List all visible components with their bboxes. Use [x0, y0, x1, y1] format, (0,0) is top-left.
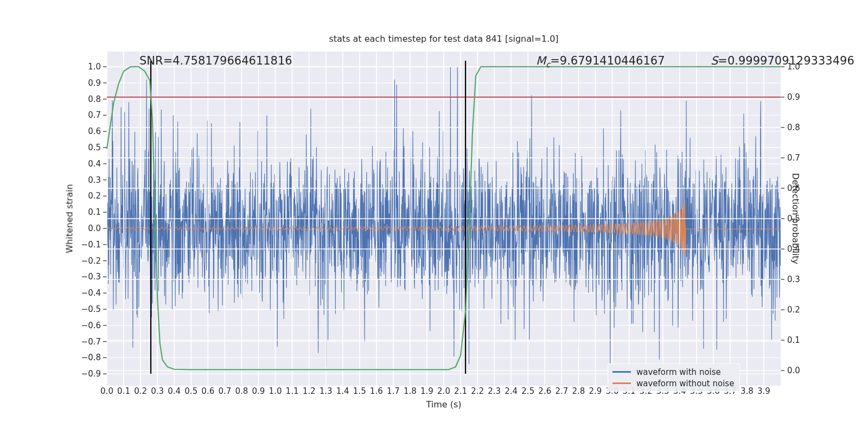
- y-left-tick-label: −0.1: [81, 240, 101, 250]
- y-left-tick-label: −0.2: [81, 256, 101, 266]
- legend-rows: waveform with noisewaveform without nois…: [612, 366, 734, 389]
- legend-item: waveform with noise: [612, 366, 734, 378]
- x-tick-label: 0.7: [218, 386, 231, 396]
- chirp-mass-subscript: c: [546, 60, 550, 69]
- y-left-tick-label: 0.4: [88, 159, 101, 169]
- chart-title: stats at each timestep for test data 841…: [329, 34, 558, 44]
- y-axis-label-left: Whitened strain: [65, 184, 75, 253]
- y-left-tick-label: −0.7: [81, 337, 101, 347]
- x-tick-label: 0.5: [184, 386, 197, 396]
- y-left-tick-label: 1.0: [88, 62, 101, 72]
- y-left-tick-label: 0.8: [88, 94, 101, 104]
- x-tick-label: 1.2: [303, 386, 316, 396]
- y-left-tick-label: 0.3: [88, 175, 101, 185]
- x-tick-label: 1.8: [404, 386, 417, 396]
- x-tick-label: 2.2: [471, 386, 484, 396]
- y-left-tick-label: 0.9: [88, 78, 101, 88]
- legend-item-label: waveform without noise: [636, 379, 734, 388]
- x-tick-label: 0.4: [168, 386, 181, 396]
- chirp-mass-value: =9.6791410446167: [550, 54, 665, 67]
- y-left-tick-label: −0.9: [81, 369, 101, 379]
- y-right-tick-label: 0.5: [787, 214, 800, 224]
- y-left-tick-label: 0.7: [88, 110, 101, 120]
- legend-line-swatch: [612, 382, 631, 384]
- legend: waveform with noisewaveform without nois…: [608, 363, 740, 392]
- snr-annotation-text: SNR=4.758179664611816: [139, 54, 292, 67]
- y-left-tick-label: 0.6: [88, 126, 101, 136]
- y-left-tick-label: −0.8: [81, 353, 101, 362]
- x-tick-label: 2.5: [521, 386, 534, 396]
- x-tick-label: 1.5: [353, 386, 366, 396]
- y-left-tick-label: 0.0: [88, 224, 101, 233]
- x-axis-label: Time (s): [426, 399, 461, 410]
- x-tick-label: 0.2: [134, 386, 147, 396]
- x-tick-label: 2.6: [538, 386, 551, 396]
- x-tick-label: 3.8: [741, 386, 754, 396]
- x-tick-label: 1.3: [320, 386, 333, 396]
- x-tick-label: 1.9: [420, 386, 433, 396]
- x-tick-label: 2.9: [589, 386, 602, 396]
- x-tick-label: 0.9: [252, 386, 265, 396]
- legend-line-swatch: [612, 371, 631, 373]
- y-right-tick-label: 0.0: [787, 366, 800, 375]
- y-left-tick-label: 0.5: [88, 143, 101, 152]
- x-tick-label: 2.0: [437, 386, 450, 396]
- y-right-tick-label: 0.7: [787, 153, 800, 163]
- y-left-tick-label: 0.2: [88, 191, 101, 201]
- legend-item: waveform without noise: [612, 378, 734, 389]
- y-right-tick-label: 0.9: [787, 92, 800, 102]
- legend-item-label: waveform with noise: [636, 367, 721, 377]
- x-tick-label: 1.1: [286, 386, 299, 396]
- y-right-tick-label: 1.0: [787, 62, 800, 72]
- x-tick-label: 2.8: [572, 386, 585, 396]
- s-statistic-annotation: S=0.9999709129333496: [711, 54, 854, 67]
- x-tick-label: 2.3: [488, 386, 501, 396]
- x-tick-label: 1.0: [269, 386, 282, 396]
- y-left-tick-label: −0.3: [81, 272, 101, 282]
- figure: stats at each timestep for test data 841…: [0, 0, 868, 434]
- x-tick-label: 1.4: [336, 386, 349, 396]
- x-tick-label: 0.6: [201, 386, 214, 396]
- y-left-tick-label: 0.1: [88, 207, 101, 217]
- y-left-tick-label: −0.6: [81, 321, 101, 330]
- x-tick-label: 3.9: [757, 386, 770, 396]
- x-tick-label: 1.7: [387, 386, 400, 396]
- y-right-tick-label: 0.1: [787, 335, 800, 345]
- y-right-tick-label: 0.2: [787, 305, 800, 315]
- x-tick-label: 2.4: [505, 386, 518, 396]
- x-tick-label: 0.0: [100, 386, 113, 396]
- x-tick-label: 0.3: [151, 386, 164, 396]
- s-statistic-symbol: S: [711, 54, 718, 67]
- y-right-tick-label: 0.8: [787, 123, 800, 132]
- x-tick-label: 0.1: [117, 386, 130, 396]
- x-tick-label: 1.6: [370, 386, 383, 396]
- y-left-tick-label: −0.4: [81, 288, 101, 298]
- y-right-tick-label: 0.6: [787, 183, 800, 193]
- chirp-mass-annotation: Mc=9.6791410446167: [536, 54, 665, 69]
- chirp-mass-symbol: M: [536, 54, 546, 67]
- snr-annotation: SNR=4.758179664611816: [139, 54, 292, 67]
- s-statistic-value: =0.9999709129333496: [718, 54, 854, 67]
- x-tick-label: 2.7: [555, 386, 568, 396]
- x-tick-label: 2.1: [454, 386, 467, 396]
- y-right-tick-label: 0.3: [787, 275, 800, 284]
- y-right-tick-label: 0.4: [787, 244, 800, 254]
- x-tick-label: 0.8: [235, 386, 248, 396]
- y-left-tick-label: −0.5: [81, 304, 101, 314]
